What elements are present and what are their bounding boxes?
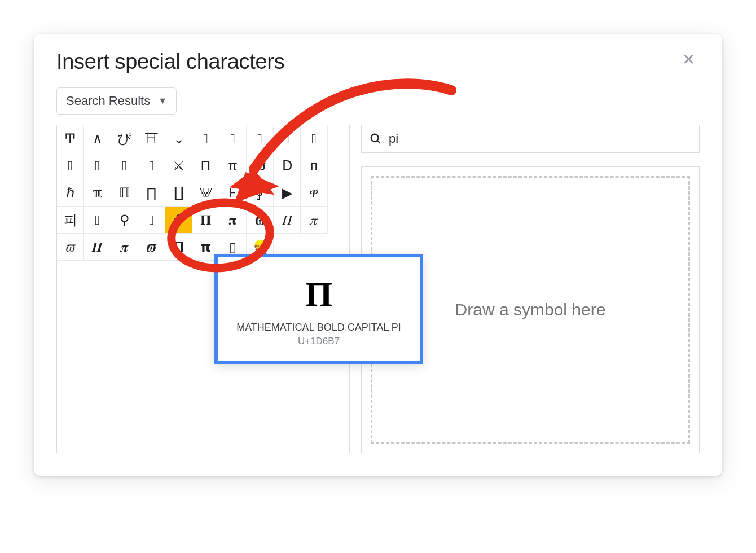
- char-cell[interactable]: ℏ: [57, 179, 84, 207]
- char-cell[interactable]: ዋ: [301, 179, 328, 207]
- char-cell[interactable]: ⨈: [192, 179, 219, 207]
- svg-point-0: [371, 134, 379, 142]
- char-cell[interactable]: 𒁆: [274, 125, 301, 152]
- char-cell[interactable]: 𒁃: [247, 125, 274, 152]
- dropdown-label: Search Results: [66, 94, 150, 108]
- char-cell[interactable]: 𝛱: [274, 207, 301, 234]
- char-cell[interactable]: ∮: [247, 179, 274, 207]
- preview-codepoint: U+1D6B7: [229, 336, 408, 347]
- char-cell[interactable]: 𒁈: [57, 152, 84, 179]
- character-grid: Ͳ∧ぴ⛩⌄𒀭𒁀𒁃𒁆𒁇𒁈𒁊𒁋𒁌⚔ΠπϖⅮпℏℼℿ∏∐⨈⊦∮▶ዋ피𒁎⚲𒁐⚘𝚷𝛑𝛡𝛱𝜋…: [57, 125, 349, 261]
- char-cell[interactable]: 𝚷: [192, 207, 219, 234]
- char-cell[interactable]: 𒀭: [192, 125, 219, 152]
- char-cell[interactable]: ϖ: [247, 152, 274, 179]
- search-box[interactable]: [361, 125, 700, 153]
- char-cell[interactable]: 𒁐: [138, 207, 165, 234]
- character-preview-tooltip: Π MATHEMATICAL BOLD CAPITAL PI U+1D6B7: [214, 254, 423, 364]
- char-cell[interactable]: ⚲: [111, 207, 138, 234]
- char-cell[interactable]: ℿ: [111, 179, 138, 207]
- char-cell[interactable]: п: [301, 152, 328, 179]
- draw-hint-text: Draw a symbol here: [455, 300, 606, 319]
- char-cell[interactable]: Ͳ: [57, 125, 84, 152]
- char-cell[interactable]: 𝛡: [247, 207, 274, 234]
- char-cell[interactable]: 𝜫: [84, 234, 111, 261]
- char-cell[interactable]: 𒁊: [84, 152, 111, 179]
- close-button[interactable]: ✕: [678, 50, 700, 70]
- char-cell[interactable]: ∧: [84, 125, 111, 152]
- char-cell[interactable]: 𒁎: [84, 207, 111, 234]
- char-cell[interactable]: 피: [57, 207, 84, 234]
- char-cell[interactable]: π: [219, 152, 247, 179]
- char-cell[interactable]: 𒁇: [301, 125, 328, 152]
- char-cell[interactable]: ∏: [138, 179, 165, 207]
- char-cell[interactable]: 𒁌: [138, 152, 165, 179]
- char-cell[interactable]: 𝜛: [57, 234, 84, 261]
- char-cell[interactable]: 𝝥: [165, 234, 192, 261]
- chevron-down-icon: ▼: [158, 96, 167, 106]
- category-dropdown[interactable]: Search Results ▼: [56, 87, 177, 115]
- search-icon: [370, 133, 382, 145]
- char-cell[interactable]: ⚘: [165, 207, 192, 234]
- char-cell[interactable]: 𝜋: [301, 207, 328, 234]
- char-cell[interactable]: 𝝕: [138, 234, 165, 261]
- char-cell[interactable]: ⊦: [219, 179, 247, 207]
- preview-name: MATHEMATICAL BOLD CAPITAL PI: [229, 322, 408, 333]
- char-cell[interactable]: Π: [192, 152, 219, 179]
- char-cell[interactable]: 𝛑: [219, 207, 247, 234]
- char-cell[interactable]: ▶: [274, 179, 301, 207]
- char-cell[interactable]: 𒁀: [219, 125, 247, 152]
- char-cell[interactable]: 𒁋: [111, 152, 138, 179]
- char-cell[interactable]: ⛩: [138, 125, 165, 152]
- char-cell[interactable]: ⌄: [165, 125, 192, 152]
- char-cell[interactable]: ∐: [165, 179, 192, 207]
- char-cell[interactable]: Ⅾ: [274, 152, 301, 179]
- char-cell[interactable]: ぴ: [111, 125, 138, 152]
- char-cell[interactable]: ℼ: [84, 179, 111, 207]
- char-cell[interactable]: ⚔: [165, 152, 192, 179]
- search-input[interactable]: [388, 131, 691, 147]
- preview-glyph: Π: [229, 276, 408, 311]
- dialog-title: Insert special characters: [56, 50, 284, 74]
- char-cell[interactable]: 𝝅: [111, 234, 138, 261]
- svg-line-1: [377, 141, 380, 143]
